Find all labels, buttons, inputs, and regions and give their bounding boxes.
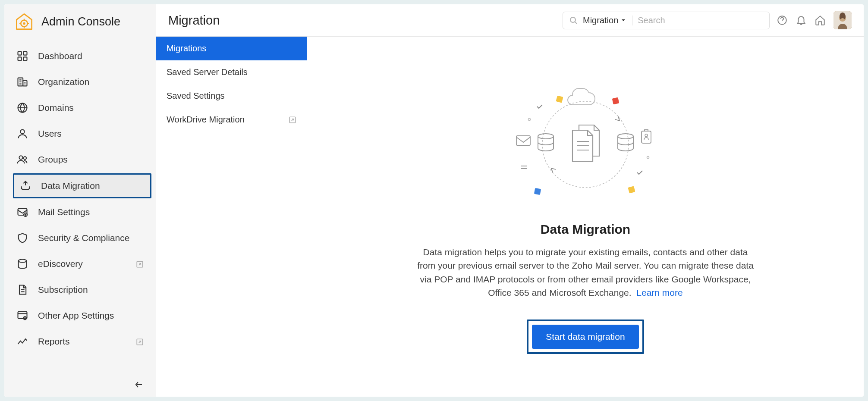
- svg-point-10: [19, 156, 22, 159]
- sidebar-nav: Dashboard Organization: [4, 39, 156, 373]
- nav-label: Other App Settings: [38, 310, 144, 321]
- reports-icon: [16, 335, 28, 348]
- sidebar-item-subscription[interactable]: Subscription: [4, 277, 156, 303]
- nav-label: Domains: [38, 103, 144, 113]
- home-icon[interactable]: [815, 15, 826, 26]
- sidebar-item-security[interactable]: Security & Compliance: [4, 225, 156, 251]
- svg-rect-4: [18, 57, 22, 60]
- nav-label: eDiscovery: [38, 259, 126, 269]
- bell-icon[interactable]: [796, 15, 807, 26]
- svg-rect-3: [23, 52, 27, 55]
- nav-label: Security & Compliance: [38, 233, 144, 243]
- shield-icon: [16, 232, 28, 244]
- nav-label: Subscription: [38, 285, 144, 295]
- sub-sidebar: Migrations Saved Server Details Saved Se…: [156, 37, 307, 397]
- sidebar-item-other-settings[interactable]: Other App Settings: [4, 303, 156, 329]
- migration-icon: [19, 180, 31, 192]
- svg-rect-26: [516, 136, 530, 145]
- external-link-icon: [136, 260, 144, 268]
- sidebar-item-dashboard[interactable]: Dashboard: [4, 43, 156, 69]
- search-filter-select[interactable]: Migration: [583, 16, 632, 25]
- subnav-label: Saved Settings: [167, 91, 225, 101]
- svg-point-30: [647, 156, 649, 158]
- cta-highlight: Start data migration: [527, 320, 644, 354]
- learn-more-link[interactable]: Learn more: [636, 288, 682, 298]
- subnav-item-saved-server[interactable]: Saved Server Details: [156, 60, 307, 84]
- nav-label: Reports: [38, 336, 126, 347]
- svg-rect-31: [556, 95, 563, 103]
- app-title: Admin Console: [41, 15, 120, 28]
- sidebar-item-ediscovery[interactable]: eDiscovery: [4, 251, 156, 277]
- search-icon: [569, 16, 578, 25]
- nav-label: Data Migration: [41, 181, 147, 191]
- search-input[interactable]: [638, 16, 763, 25]
- dashboard-icon: [16, 50, 28, 62]
- mail-settings-icon: [16, 206, 28, 218]
- user-icon: [16, 128, 28, 140]
- nav-label: Dashboard: [38, 51, 144, 61]
- nav-label: Users: [38, 128, 144, 139]
- svg-rect-33: [534, 188, 541, 194]
- content-description: Data migration helps you to migrate your…: [417, 245, 754, 300]
- organization-icon: [16, 76, 28, 88]
- nav-label: Organization: [38, 77, 144, 87]
- svg-rect-34: [628, 186, 635, 193]
- subnav-label: WorkDrive Migration: [167, 115, 245, 125]
- sub-nav: Migrations Saved Server Details Saved Se…: [156, 37, 307, 132]
- start-migration-button[interactable]: Start data migration: [532, 325, 638, 349]
- globe-icon: [16, 102, 28, 114]
- sidebar: Admin Console Dashboard: [4, 4, 156, 397]
- external-link-icon: [289, 116, 296, 124]
- nav-label: Groups: [38, 154, 144, 165]
- subnav-label: Migrations: [167, 44, 206, 53]
- svg-rect-2: [18, 52, 22, 55]
- svg-point-29: [528, 118, 531, 120]
- svg-rect-5: [23, 57, 27, 60]
- help-icon[interactable]: [777, 15, 788, 26]
- sidebar-item-domains[interactable]: Domains: [4, 95, 156, 121]
- document-icon: [16, 284, 28, 296]
- sidebar-item-users[interactable]: Users: [4, 121, 156, 147]
- collapse-sidebar-icon[interactable]: [133, 379, 144, 390]
- subnav-item-saved-settings[interactable]: Saved Settings: [156, 84, 307, 108]
- svg-point-1: [23, 22, 25, 25]
- search-container: Migration: [563, 12, 770, 29]
- nav-label: Mail Settings: [38, 207, 144, 217]
- main-content: Data Migration Data migration helps you …: [307, 37, 864, 397]
- sidebar-item-data-migration[interactable]: Data Migration: [13, 173, 151, 198]
- app-logo-icon: [15, 12, 34, 31]
- sidebar-header: Admin Console: [4, 4, 156, 39]
- subnav-label: Saved Server Details: [167, 67, 248, 77]
- svg-point-24: [538, 134, 554, 139]
- migration-illustration: [503, 80, 667, 209]
- archive-icon: [16, 258, 28, 270]
- sidebar-item-mail-settings[interactable]: Mail Settings: [4, 199, 156, 225]
- svg-point-11: [24, 157, 27, 160]
- content-title: Data Migration: [541, 222, 630, 237]
- sidebar-item-reports[interactable]: Reports: [4, 329, 156, 354]
- subnav-item-workdrive[interactable]: WorkDrive Migration: [156, 108, 307, 132]
- svg-rect-27: [642, 131, 651, 143]
- svg-point-18: [570, 17, 576, 22]
- page-title: Migration: [168, 13, 556, 28]
- content-row: Migrations Saved Server Details Saved Se…: [156, 37, 864, 397]
- user-avatar[interactable]: [833, 11, 852, 29]
- chevron-down-icon: [621, 18, 626, 23]
- svg-point-28: [645, 134, 648, 137]
- svg-point-9: [20, 130, 24, 134]
- svg-point-25: [618, 134, 633, 139]
- right-section: Migration Migration: [156, 4, 864, 397]
- search-filter-label: Migration: [583, 16, 618, 25]
- sidebar-item-organization[interactable]: Organization: [4, 69, 156, 95]
- external-link-icon: [136, 338, 144, 345]
- sidebar-footer: [4, 373, 156, 397]
- svg-rect-7: [23, 81, 27, 86]
- header-icons: [777, 11, 852, 29]
- subnav-item-migrations[interactable]: Migrations: [156, 37, 307, 60]
- app-container: Admin Console Dashboard: [4, 4, 864, 397]
- app-settings-icon: [16, 310, 28, 322]
- svg-rect-32: [612, 97, 620, 104]
- main-header: Migration Migration: [156, 4, 864, 37]
- groups-icon: [16, 154, 28, 166]
- sidebar-item-groups[interactable]: Groups: [4, 147, 156, 172]
